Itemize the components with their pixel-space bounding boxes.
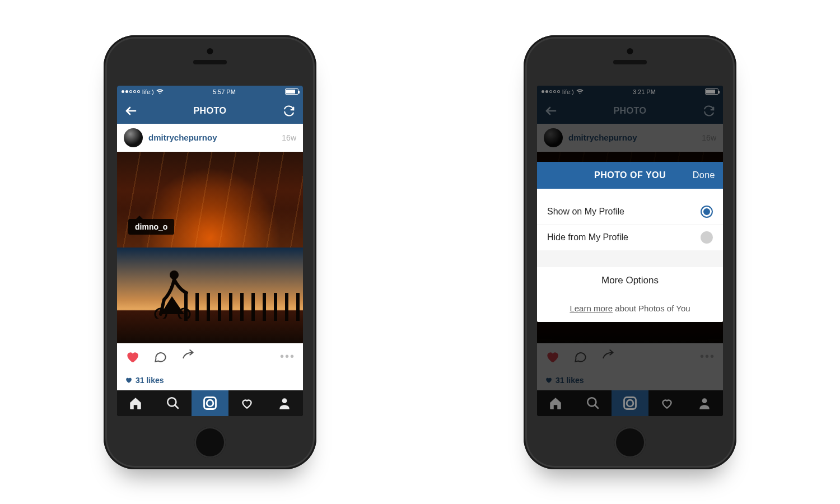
back-button[interactable] (124, 104, 138, 118)
option-hide-from-profile[interactable]: Hide from My Profile (537, 225, 723, 250)
wifi-icon (156, 89, 164, 95)
learn-more-row: Learn more about Photos of You (537, 295, 723, 322)
screen-left: life:) 5:57 PM PHOTO (117, 86, 303, 416)
comment-button[interactable] (153, 349, 167, 364)
like-button[interactable] (125, 349, 139, 364)
svg-point-3 (167, 398, 176, 406)
share-button[interactable] (181, 349, 195, 364)
page-title: PHOTO (193, 106, 226, 116)
tab-activity[interactable] (228, 390, 265, 416)
radio-selected-icon (701, 206, 713, 218)
more-options-button[interactable]: More Options (537, 266, 723, 295)
learn-more-link[interactable]: Learn more (570, 304, 613, 313)
learn-more-tail: about Photos of You (613, 304, 690, 313)
tab-bar (117, 390, 303, 416)
post-timestamp: 16w (282, 133, 296, 142)
option-show-on-profile[interactable]: Show on My Profile (537, 199, 723, 225)
signal-dots-icon (122, 90, 140, 93)
done-button[interactable]: Done (693, 170, 715, 180)
screen-right: life:) 3:21 PM PHOTO (537, 86, 723, 416)
option-label: Hide from My Profile (547, 232, 628, 242)
tab-camera[interactable] (192, 390, 228, 416)
ios-status-bar: life:) 5:57 PM (117, 86, 303, 98)
avatar[interactable] (124, 128, 143, 147)
photo-tag-label[interactable]: dimno_o (128, 219, 174, 235)
device-frame-right: life:) 3:21 PM PHOTO (524, 35, 736, 469)
likes-count: 31 likes (136, 376, 164, 385)
post-more-button[interactable]: ••• (280, 350, 295, 363)
heart-icon (125, 376, 132, 384)
battery-icon (285, 88, 298, 95)
post-author-row[interactable]: dmitrychepurnoy 16w (117, 124, 303, 152)
nav-header: PHOTO (117, 98, 303, 124)
comparison-stage: life:) 5:57 PM PHOTO (0, 0, 840, 504)
sheet-header: PHOTO OF YOU Done (537, 162, 723, 189)
username-link[interactable]: dmitrychepurnoy (148, 133, 217, 142)
sheet-title: PHOTO OF YOU (594, 170, 666, 180)
likes-row[interactable]: 31 likes (117, 370, 303, 390)
photo-of-you-sheet: PHOTO OF YOU Done Show on My Profile Hid… (537, 162, 723, 322)
svg-point-5 (207, 400, 213, 407)
carrier-label: life:) (142, 88, 154, 95)
tab-profile[interactable] (266, 390, 303, 416)
tab-search[interactable] (154, 390, 191, 416)
option-label: Show on My Profile (547, 207, 624, 217)
radio-unselected-icon (701, 231, 713, 244)
clock-label: 5:57 PM (213, 88, 236, 95)
svg-rect-4 (204, 397, 216, 409)
device-frame-left: life:) 5:57 PM PHOTO (104, 35, 316, 469)
tab-home[interactable] (117, 390, 154, 416)
post-actions-row: ••• (117, 343, 303, 370)
post-image[interactable]: dimno_o (117, 152, 303, 343)
svg-point-7 (282, 398, 287, 403)
refresh-button[interactable] (282, 104, 296, 118)
